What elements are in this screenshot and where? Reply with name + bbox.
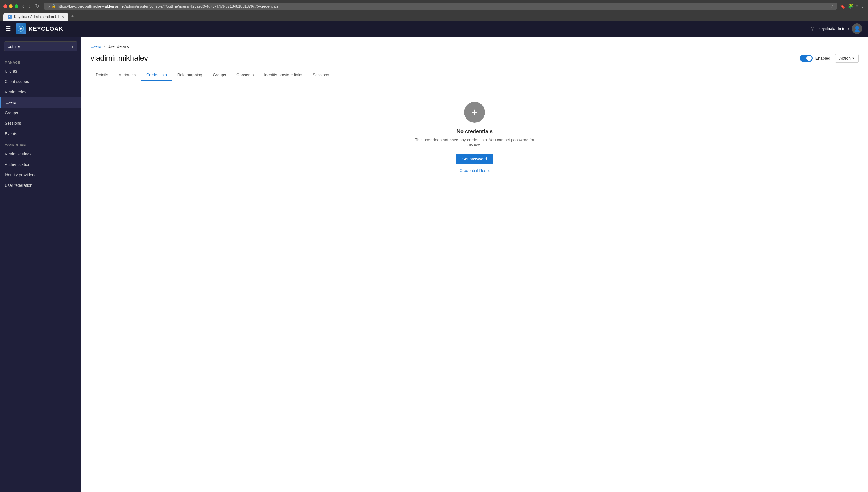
logo[interactable]: KEYCLOAK: [16, 24, 63, 34]
back-button[interactable]: ‹: [21, 3, 26, 10]
enabled-toggle[interactable]: [800, 55, 813, 62]
sidebar-item-label: Identity providers: [5, 173, 36, 177]
topnav: ☰ KEYCLOAK ? keycloakadmin ▾ 👤: [0, 21, 868, 37]
tab-label: Groups: [213, 73, 226, 77]
header-actions: Enabled Action ▾: [800, 54, 859, 63]
breadcrumb-current: User details: [107, 44, 129, 49]
app: ☰ KEYCLOAK ? keycloakadmin ▾ 👤 outline: [0, 21, 868, 492]
maximize-traffic-light[interactable]: [15, 4, 18, 8]
enabled-toggle-wrapper: Enabled: [800, 55, 830, 62]
browser-chrome: ‹ › ↻ 🛡 🔒 https://keycloak.outline.heyva…: [0, 0, 868, 21]
realm-chevron-icon: ▾: [71, 44, 73, 49]
tab-identity-provider-links[interactable]: Identity provider links: [259, 70, 307, 81]
realm-name: outline: [8, 44, 20, 49]
tab-credentials[interactable]: Credentials: [141, 70, 172, 81]
logo-icon: [16, 24, 26, 34]
sidebar-item-label: Clients: [5, 69, 17, 73]
tab-consents[interactable]: Consents: [231, 70, 259, 81]
sidebar-item-users[interactable]: Users: [0, 97, 81, 107]
tab-groups[interactable]: Groups: [207, 70, 231, 81]
tab-sessions[interactable]: Sessions: [307, 70, 334, 81]
refresh-button[interactable]: ↻: [33, 2, 41, 10]
sidebar-item-clients[interactable]: Clients: [0, 66, 81, 76]
sidebar: outline ▾ Manage Clients Client scopes R…: [0, 37, 81, 492]
breadcrumb-separator: ›: [104, 44, 105, 49]
url-text: https://keycloak.outline.heyvaldemar.net…: [58, 4, 829, 8]
address-bar[interactable]: 🛡 🔒 https://keycloak.outline.heyvaldemar…: [44, 3, 837, 9]
svg-point-2: [20, 28, 22, 30]
user-menu[interactable]: keycloakadmin ▾ 👤: [818, 24, 862, 34]
url-path: /admin/master/console/#/outline/users/7f…: [125, 4, 278, 8]
tab-label: Consents: [237, 73, 253, 77]
sidebar-item-sessions[interactable]: Sessions: [0, 118, 81, 128]
page-header: vladimir.mikhalev Enabled Action ▾: [91, 54, 859, 63]
sidebar-item-client-scopes[interactable]: Client scopes: [0, 76, 81, 87]
url-prefix: https://keycloak.outline.: [58, 4, 97, 8]
logo-text: KEYCLOAK: [28, 26, 63, 32]
forward-button[interactable]: ›: [27, 3, 32, 10]
tab-favicon: K: [7, 15, 11, 19]
extensions-icon[interactable]: 🧩: [848, 3, 853, 9]
lock-icon: 🔒: [51, 4, 56, 8]
main-layout: outline ▾ Manage Clients Client scopes R…: [0, 37, 868, 492]
configure-section-label: Configure: [0, 139, 81, 149]
empty-state: + No credentials This user does not have…: [91, 90, 859, 184]
nav-buttons: ‹ › ↻: [21, 2, 41, 10]
active-tab[interactable]: K Keycloak Administration UI ✕: [3, 13, 68, 21]
sidebar-item-realm-settings[interactable]: Realm settings: [0, 149, 81, 159]
empty-icon: +: [464, 102, 485, 123]
plus-icon: +: [471, 107, 477, 118]
minimize-traffic-light[interactable]: [9, 4, 13, 8]
sidebar-item-label: Groups: [5, 110, 18, 115]
sidebar-item-groups[interactable]: Groups: [0, 107, 81, 118]
manage-section-label: Manage: [0, 56, 81, 66]
traffic-lights[interactable]: [3, 4, 18, 8]
tabs: Details Attributes Credentials Role mapp…: [91, 70, 859, 81]
sidebar-item-label: User federation: [5, 183, 32, 188]
browser-tabs: K Keycloak Administration UI ✕ +: [3, 12, 865, 21]
tab-title: Keycloak Administration UI: [14, 15, 59, 19]
more-icon[interactable]: ⌄: [861, 3, 865, 9]
empty-description: This user does not have any credentials.…: [414, 138, 536, 147]
url-domain: heyvaldemar.net: [97, 4, 124, 8]
star-icon[interactable]: ☆: [831, 4, 834, 8]
browser-actions: 🔖 🧩 ≡ ⌄: [840, 3, 865, 9]
breadcrumb-link-users[interactable]: Users: [91, 44, 101, 49]
empty-title: No credentials: [456, 128, 493, 134]
sidebar-item-label: Authentication: [5, 162, 30, 167]
close-traffic-light[interactable]: [3, 4, 7, 8]
tab-close-button[interactable]: ✕: [61, 15, 64, 19]
set-password-button[interactable]: Set password: [456, 154, 494, 164]
sidebar-item-label: Realm roles: [5, 90, 26, 94]
new-tab-button[interactable]: +: [69, 12, 77, 21]
tab-role-mapping[interactable]: Role mapping: [172, 70, 207, 81]
tab-details[interactable]: Details: [91, 70, 114, 81]
menu-icon[interactable]: ≡: [856, 3, 859, 9]
sidebar-item-label: Client scopes: [5, 79, 29, 84]
sidebar-item-events[interactable]: Events: [0, 128, 81, 139]
credential-reset-link[interactable]: Credential Reset: [460, 168, 490, 173]
realm-selector[interactable]: outline ▾: [4, 42, 77, 51]
tab-label: Identity provider links: [264, 73, 302, 77]
sidebar-item-label: Users: [5, 100, 16, 105]
sidebar-item-user-federation[interactable]: User federation: [0, 180, 81, 191]
sidebar-item-authentication[interactable]: Authentication: [0, 159, 81, 170]
tab-label: Credentials: [146, 73, 167, 77]
help-icon[interactable]: ?: [811, 26, 814, 32]
sidebar-item-label: Events: [5, 131, 17, 136]
action-chevron-icon: ▾: [852, 56, 854, 60]
tab-label: Attributes: [119, 73, 136, 77]
sidebar-item-realm-roles[interactable]: Realm roles: [0, 87, 81, 97]
tab-label: Details: [96, 73, 108, 77]
bookmark-icon[interactable]: 🔖: [840, 3, 845, 9]
avatar: 👤: [852, 24, 862, 34]
main-content: Users › User details vladimir.mikhalev E…: [81, 37, 868, 492]
action-button[interactable]: Action ▾: [835, 54, 859, 63]
action-label: Action: [839, 56, 850, 60]
hamburger-menu[interactable]: ☰: [6, 25, 11, 32]
sidebar-item-identity-providers[interactable]: Identity providers: [0, 170, 81, 180]
page-title: vladimir.mikhalev: [91, 54, 800, 63]
tab-attributes[interactable]: Attributes: [114, 70, 141, 81]
user-chevron-icon: ▾: [848, 27, 849, 31]
sidebar-item-label: Sessions: [5, 121, 21, 126]
